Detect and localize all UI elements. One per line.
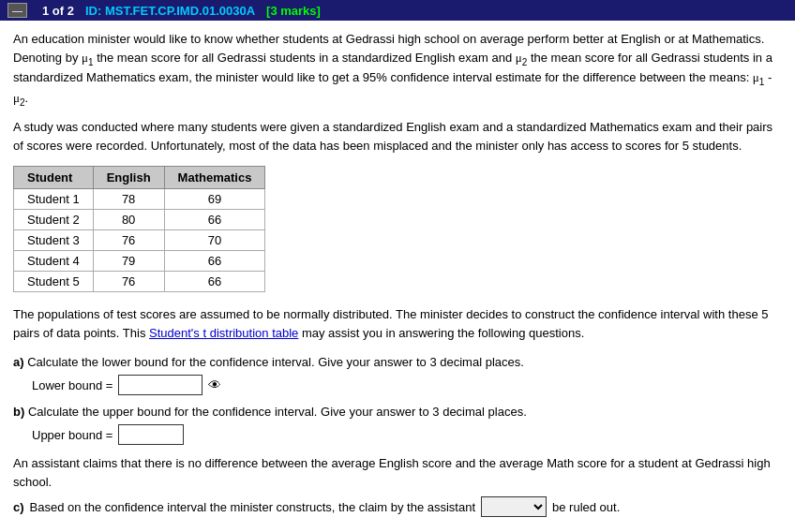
lower-bound-row: Lower bound = 👁 bbox=[32, 375, 782, 395]
lower-bound-icon[interactable]: 👁 bbox=[208, 377, 221, 392]
english-score-cell: 80 bbox=[93, 210, 164, 230]
question-b-section: b) Calculate the upper bound for the con… bbox=[13, 405, 782, 445]
claim-text-after: be ruled out. bbox=[552, 500, 620, 514]
intro-paragraph-2: A study was conducted where many student… bbox=[13, 118, 782, 155]
question-a-section: a) Calculate the lower bound for the con… bbox=[13, 355, 782, 395]
english-score-cell: 78 bbox=[93, 189, 164, 210]
question-c-label: c) bbox=[13, 500, 24, 514]
table-row: Student 57666 bbox=[14, 272, 265, 292]
claim-question-text: Based on the confidence interval the min… bbox=[30, 500, 475, 514]
lower-bound-input[interactable] bbox=[118, 375, 202, 395]
question-c-section: c) Based on the confidence interval the … bbox=[13, 496, 782, 517]
upper-bound-label: Upper bound = bbox=[32, 428, 112, 442]
english-score-cell: 76 bbox=[93, 272, 164, 292]
math-score-cell: 70 bbox=[164, 230, 265, 251]
main-content: An education minister would like to know… bbox=[0, 21, 795, 532]
claim-row: c) Based on the confidence interval the … bbox=[13, 496, 782, 517]
math-score-cell: 66 bbox=[164, 251, 265, 272]
upper-bound-row: Upper bound = bbox=[32, 424, 782, 445]
question-b-label: b) Calculate the upper bound for the con… bbox=[13, 405, 782, 419]
student-name-cell: Student 5 bbox=[14, 272, 94, 292]
student-data-table: Student English Mathematics Student 1786… bbox=[13, 166, 265, 292]
header-bar: — 1 of 2 ID: MST.FET.CP.IMD.01.0030A [3 … bbox=[0, 0, 795, 21]
question-a-label: a) Calculate the lower bound for the con… bbox=[13, 355, 782, 369]
english-score-cell: 76 bbox=[93, 230, 164, 251]
col-header-mathematics: Mathematics bbox=[164, 167, 265, 189]
minimize-button[interactable]: — bbox=[8, 3, 27, 18]
col-header-student: Student bbox=[14, 167, 94, 189]
intro-paragraph-1: An education minister would like to know… bbox=[13, 30, 782, 109]
upper-bound-input[interactable] bbox=[118, 424, 184, 445]
math-score-cell: 66 bbox=[164, 272, 265, 292]
table-row: Student 37670 bbox=[14, 230, 265, 251]
question-id: ID: MST.FET.CP.IMD.01.0030A bbox=[85, 4, 255, 18]
english-score-cell: 79 bbox=[93, 251, 164, 272]
student-name-cell: Student 3 bbox=[14, 230, 94, 251]
lower-bound-label: Lower bound = bbox=[32, 378, 112, 392]
table-row: Student 17869 bbox=[14, 189, 265, 210]
claim-text: An assistant claims that there is no dif… bbox=[13, 454, 782, 491]
distribution-text: The populations of test scores are assum… bbox=[13, 305, 782, 342]
table-row: Student 28066 bbox=[14, 210, 265, 230]
math-score-cell: 69 bbox=[164, 189, 265, 210]
table-row: Student 47966 bbox=[14, 251, 265, 272]
claim-select[interactable]: can cannot bbox=[481, 496, 547, 517]
student-name-cell: Student 1 bbox=[14, 189, 94, 210]
distribution-table-link[interactable]: Student's t distribution table bbox=[149, 326, 298, 340]
student-name-cell: Student 4 bbox=[14, 251, 94, 272]
student-name-cell: Student 2 bbox=[14, 210, 94, 230]
page-info: 1 of 2 bbox=[42, 4, 74, 18]
math-score-cell: 66 bbox=[164, 210, 265, 230]
marks-badge: [3 marks] bbox=[266, 4, 321, 18]
col-header-english: English bbox=[93, 167, 164, 189]
